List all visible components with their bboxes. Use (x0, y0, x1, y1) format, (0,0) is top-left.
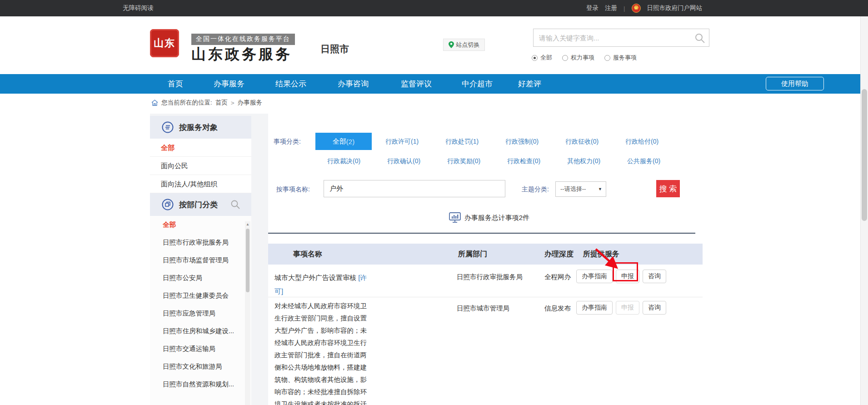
dept-item[interactable]: 日照市住房和城乡建设... (150, 322, 251, 340)
nav-item-services[interactable]: 办事服务 (214, 74, 244, 94)
department-category-icon (162, 199, 174, 210)
radio-icon (604, 55, 610, 61)
department-cell: 日照市行政审批服务局 (457, 273, 523, 281)
dept-item[interactable]: 日照市公安局 (150, 269, 251, 287)
sidebar-item-citizen[interactable]: 面向公民 (150, 157, 251, 175)
category-tab-coercion[interactable]: 行政强制(0) (505, 138, 539, 146)
tab-count: (0) (413, 157, 420, 165)
topbar: 无障碍阅读 登录 注册 | ★ 日照市政府门户网站 (0, 0, 868, 16)
site-switch-button[interactable]: 站点切换 (443, 39, 485, 51)
breadcrumb-home[interactable]: 首页 (215, 99, 228, 107)
guide-button[interactable]: 办事指南 (576, 301, 613, 315)
category-tab-penalty[interactable]: 行政处罚(1) (445, 138, 479, 146)
topbar-divider: | (624, 5, 625, 12)
col-header-depth: 办理深度 (544, 244, 574, 265)
department-scrollbar[interactable]: ▲ (245, 221, 250, 405)
home-icon (151, 100, 158, 106)
nav-item-supervision[interactable]: 监督评议 (401, 74, 432, 94)
breadcrumb-prefix: 您当前所在的位置: (161, 99, 212, 107)
consult-button[interactable]: 咨询 (643, 301, 666, 315)
keyword-search-box (533, 29, 709, 47)
search-icon[interactable] (694, 33, 705, 44)
radio-selected-icon (532, 55, 538, 61)
department-search-icon[interactable] (230, 200, 240, 210)
nav-item-home[interactable]: 首页 (168, 74, 183, 94)
site-seal-logo: 山东 (150, 29, 179, 57)
section-divider (268, 233, 695, 234)
scrollbar-up-arrow[interactable]: ▲ (245, 222, 250, 226)
radio-icon (562, 55, 568, 61)
topbar-right: 登录 注册 | ★ 日照市政府门户网站 (586, 0, 702, 16)
content-area: 按服务对象 全部 面向公民 面向法人/其他组织 按部门分类 全部 日照市行政审批… (150, 114, 710, 405)
main-nav: 首页 办事服务 结果公示 办事咨询 监督评议 中介超市 好差评 使用帮助 (0, 74, 868, 94)
category-tab-inspection[interactable]: 行政检查(0) (507, 157, 540, 165)
sidebar-title: 按服务对象 (179, 122, 218, 133)
category-tab-all[interactable]: 全部 (2) (315, 133, 372, 150)
dept-item[interactable]: 日照市应急管理局 (150, 305, 251, 322)
sidebar-item-service-all[interactable]: 全部 (150, 139, 251, 157)
nav-item-intermediary[interactable]: 中介超市 (462, 74, 493, 94)
category-tab-public-service[interactable]: 公共服务(0) (627, 157, 660, 165)
category-tab-license[interactable]: 行政许可(1) (385, 138, 419, 146)
scope-radio-power[interactable]: 权力事项 (562, 54, 594, 62)
category-filter-label: 事项分类: (274, 138, 301, 146)
page-scrollbar-thumb[interactable] (862, 89, 867, 221)
sidebar-header-department: 按部门分类 (150, 193, 251, 216)
consult-button[interactable]: 咨询 (643, 270, 666, 283)
page-scrollbar[interactable] (860, 16, 868, 405)
sidebar-item-legal-person[interactable]: 面向法人/其他组织 (150, 175, 251, 193)
login-link[interactable]: 登录 (586, 4, 599, 12)
scrollbar-thumb[interactable] (246, 229, 249, 292)
portal-link[interactable]: 日照市政府门户网站 (647, 4, 703, 12)
category-tab-payment[interactable]: 行政给付(0) (625, 138, 658, 146)
summary-row: 办事服务总计事项2件 (268, 211, 710, 225)
tab-label: 行政征收 (565, 138, 591, 145)
tab-label: 行政许可 (385, 138, 411, 145)
col-header-department: 所属部门 (458, 244, 487, 265)
help-button[interactable]: 使用帮助 (766, 77, 824, 90)
category-tab-other-power[interactable]: 其他权力(0) (567, 157, 600, 165)
dept-item[interactable]: 日照市交通运输局 (150, 340, 251, 358)
site-header: 山东 全国一体化在线政务服务平台 山东政务服务 日照市 站点切换 全部 权力事项… (0, 16, 868, 74)
topic-select[interactable]: --请选择-- ▼ (555, 181, 606, 197)
nav-item-results[interactable]: 结果公示 (275, 74, 306, 94)
category-tab-adjudication[interactable]: 行政裁决(0) (327, 157, 360, 165)
search-button[interactable]: 搜 索 (656, 180, 680, 197)
dept-item[interactable]: 日照市文化和旅游局 (150, 358, 251, 375)
category-tab-levy[interactable]: 行政征收(0) (565, 138, 599, 146)
category-tab-reward[interactable]: 行政奖励(0) (447, 157, 480, 165)
main-panel: 事项分类: 全部 (2) 行政许可(1) 行政处罚(1) 行政强制(0) 行政征… (268, 114, 710, 405)
register-link[interactable]: 注册 (605, 4, 617, 12)
search-scope-options: 全部 权力事项 服务事项 (532, 54, 637, 62)
nav-item-consult[interactable]: 办事咨询 (338, 74, 369, 94)
select-caret-icon: ▼ (598, 187, 602, 191)
dept-item[interactable]: 日照市卫生健康委员会 (150, 287, 251, 305)
item-name-label: 按事项名称: (276, 185, 310, 194)
accessibility-link[interactable]: 无障碍阅读 (123, 0, 154, 16)
annotation-arrow (592, 247, 625, 274)
tab-label: 行政确认 (387, 157, 413, 165)
category-tab-confirmation[interactable]: 行政确认(0) (387, 157, 420, 165)
scope-radio-all[interactable]: 全部 (532, 54, 552, 62)
statistics-monitor-icon (449, 212, 461, 223)
nav-item-review[interactable]: 好差评 (518, 74, 541, 94)
dept-item[interactable]: 日照市行政审批服务局 (150, 234, 251, 251)
col-header-item-name: 事项名称 (293, 244, 322, 265)
dept-item[interactable]: 日照市自然资源和规划... (150, 375, 251, 393)
tab-count: (1) (471, 138, 479, 145)
item-name-input[interactable] (324, 180, 505, 197)
tab-label: 行政强制 (505, 138, 531, 145)
scope-radio-service[interactable]: 服务事项 (604, 54, 637, 62)
dept-item-all[interactable]: 全部 (150, 216, 251, 234)
summary-text: 办事服务总计事项2件 (464, 214, 529, 222)
item-name-text[interactable]: 城市大型户外广告设置审核 (274, 274, 356, 281)
breadcrumb-separator: > (231, 100, 234, 106)
tab-label: 行政检查 (507, 157, 533, 165)
search-input[interactable] (534, 29, 693, 46)
seal-text: 山东 (154, 36, 175, 50)
breadcrumb-current: 办事服务 (238, 99, 262, 107)
service-object-icon (162, 121, 174, 133)
tab-count: (0) (353, 157, 360, 165)
dept-item[interactable]: 日照市市场监督管理局 (150, 251, 251, 269)
item-name-cell[interactable]: 对未经城市人民政府市容环境卫生行政主管部门同意，擅自设置大型户外广告，影响市容的… (274, 300, 371, 405)
